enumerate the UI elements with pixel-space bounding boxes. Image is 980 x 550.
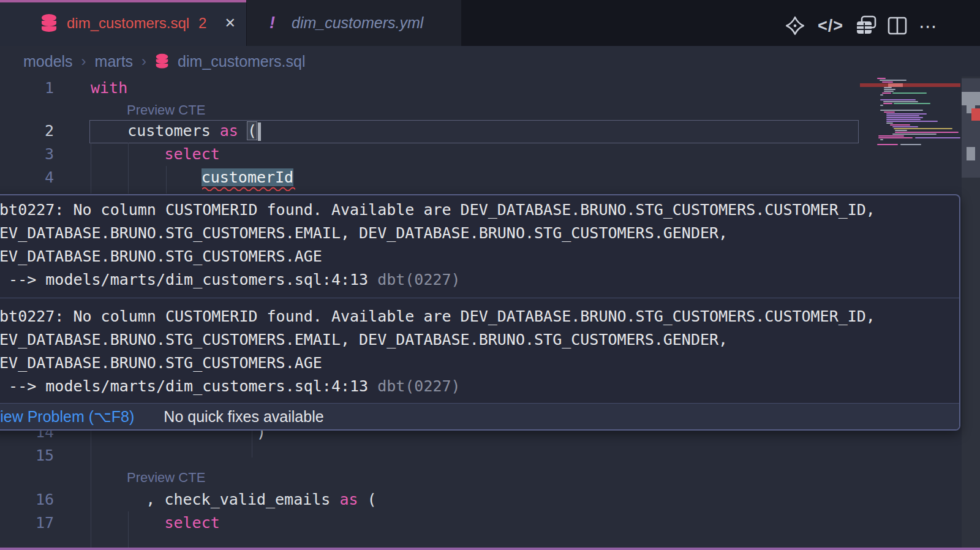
minimap-code-line bbox=[894, 103, 930, 104]
minimap-code-line bbox=[884, 91, 894, 92]
tab-dim-customers-yml[interactable]: ! dim_customers.yml bbox=[247, 0, 461, 46]
popup-footer: View Problem (⌥F8) No quick fixes availa… bbox=[0, 403, 959, 429]
line-number: 1 bbox=[0, 77, 54, 100]
chevron-right-icon: › bbox=[81, 53, 86, 70]
tab-dim-customers-sql[interactable]: dim_customers.sql 2 ✕ bbox=[0, 0, 246, 46]
breadcrumb-marts[interactable]: marts bbox=[95, 53, 134, 70]
minimap-code-line bbox=[892, 92, 927, 94]
minimap-code-line bbox=[886, 119, 921, 120]
minimap-code-line bbox=[883, 103, 892, 104]
overview-ruler-mark bbox=[962, 92, 980, 105]
minimap-code-line bbox=[878, 137, 913, 138]
minimap-code-line bbox=[886, 121, 938, 122]
code-line-2[interactable]: customers as ( bbox=[91, 119, 261, 143]
preview-cte-codelens[interactable]: Preview CTE bbox=[127, 469, 205, 487]
line-number: 16 bbox=[0, 488, 54, 511]
minimap-code-line bbox=[880, 99, 916, 100]
popup-divider bbox=[0, 298, 959, 298]
code-line-1[interactable]: with bbox=[91, 77, 127, 100]
minimap-code-line bbox=[882, 81, 893, 83]
line-number: 2 bbox=[0, 119, 54, 143]
dbt-power-user-icon[interactable] bbox=[785, 15, 805, 37]
chevron-right-icon: › bbox=[141, 53, 146, 70]
minimap-code-line bbox=[884, 111, 895, 113]
minimap-code-line bbox=[892, 134, 937, 135]
minimap-code-line bbox=[886, 113, 927, 115]
vscode-editor-window: dim_customers.sql 2 ✕ ! dim_customers.ym… bbox=[0, 0, 980, 550]
overview-ruler-mark bbox=[971, 108, 980, 121]
minimap-code-line bbox=[886, 122, 893, 124]
minimap-code-line bbox=[880, 80, 907, 81]
error-word-highlight: customerId bbox=[202, 168, 294, 186]
minimap-error-line bbox=[860, 83, 960, 87]
minimap-code-line bbox=[880, 94, 883, 96]
minimap-code-line bbox=[900, 144, 921, 145]
minimap-code-line bbox=[877, 78, 886, 79]
error-squiggle bbox=[202, 186, 295, 191]
minimap-code-line bbox=[884, 89, 895, 90]
view-problem-link[interactable]: View Problem (⌥F8) bbox=[0, 408, 134, 426]
active-tab-accent bbox=[0, 0, 246, 2]
minimap-code-line bbox=[877, 144, 898, 145]
minimap-code-line bbox=[880, 105, 883, 106]
window-bottom-accent bbox=[0, 548, 980, 550]
scrollbar-track[interactable] bbox=[962, 77, 980, 550]
error-code: dbt(0227) bbox=[377, 271, 460, 288]
tab-bar: dim_customers.sql 2 ✕ ! dim_customers.ym… bbox=[0, 0, 980, 46]
overview-ruler-mark bbox=[967, 147, 975, 160]
dbt-model-file-icon bbox=[40, 13, 58, 33]
split-editor-icon[interactable] bbox=[887, 15, 908, 37]
line-number: 17 bbox=[0, 511, 54, 535]
line-number: 3 bbox=[0, 143, 54, 166]
line-number: 4 bbox=[0, 166, 54, 189]
minimap-code-line bbox=[880, 139, 883, 140]
minimap-code-line bbox=[883, 101, 918, 102]
error-message-2: dbt0227: No column CUSTOMERID found. Ava… bbox=[0, 302, 959, 399]
code-line-16[interactable]: , check_valid_emails as ( bbox=[91, 488, 377, 511]
minimap-code-line bbox=[895, 130, 907, 131]
query-results-icon[interactable] bbox=[854, 15, 878, 37]
warning-icon: ! bbox=[270, 13, 275, 32]
minimap-code-line bbox=[884, 87, 892, 88]
compiled-code-icon[interactable]: </> bbox=[818, 15, 843, 37]
minimap-code-line bbox=[892, 126, 918, 127]
preview-cte-codelens[interactable]: Preview CTE bbox=[127, 101, 205, 119]
dbt-model-file-icon bbox=[155, 53, 169, 69]
minimap-code-line bbox=[882, 92, 891, 94]
tab-filename: dim_customers.yml bbox=[292, 14, 423, 32]
tab-problem-count-badge: 2 bbox=[198, 15, 206, 32]
breadcrumb-models[interactable]: models bbox=[23, 53, 73, 70]
code-line-17[interactable]: select bbox=[91, 511, 220, 535]
close-tab-icon[interactable]: ✕ bbox=[224, 15, 235, 31]
minimap-code-line bbox=[895, 132, 959, 133]
minimap-code-line bbox=[894, 128, 952, 129]
error-code: dbt(0227) bbox=[377, 377, 460, 395]
matched-bracket: ( bbox=[247, 122, 257, 140]
error-hover-popup: dbt0227: No column CUSTOMERID found. Ava… bbox=[0, 194, 960, 431]
minimap-code-line bbox=[886, 115, 919, 116]
more-actions-icon[interactable]: ⋯ bbox=[919, 15, 938, 37]
no-quick-fixes-label: No quick fixes available bbox=[164, 408, 323, 426]
breadcrumb: models › marts › dim_customers.sql bbox=[23, 46, 306, 77]
minimap-code-line bbox=[878, 135, 904, 137]
code-line-3[interactable]: select bbox=[91, 143, 220, 166]
minimap-code-line bbox=[890, 124, 910, 126]
error-message-1: dbt0227: No column CUSTOMERID found. Ava… bbox=[0, 195, 959, 293]
minimap-code-line bbox=[915, 137, 960, 138]
breadcrumb-filename[interactable]: dim_customers.sql bbox=[178, 53, 305, 70]
minimap-code-line bbox=[880, 110, 923, 111]
minimap-code-line bbox=[886, 117, 923, 118]
line-number: 15 bbox=[0, 444, 54, 467]
text-cursor bbox=[258, 122, 261, 141]
tab-filename: dim_customers.sql bbox=[67, 15, 189, 32]
